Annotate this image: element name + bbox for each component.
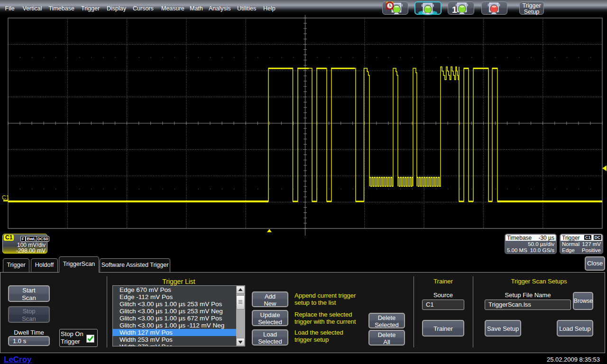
svg-text:C1: C1 [2, 194, 9, 201]
